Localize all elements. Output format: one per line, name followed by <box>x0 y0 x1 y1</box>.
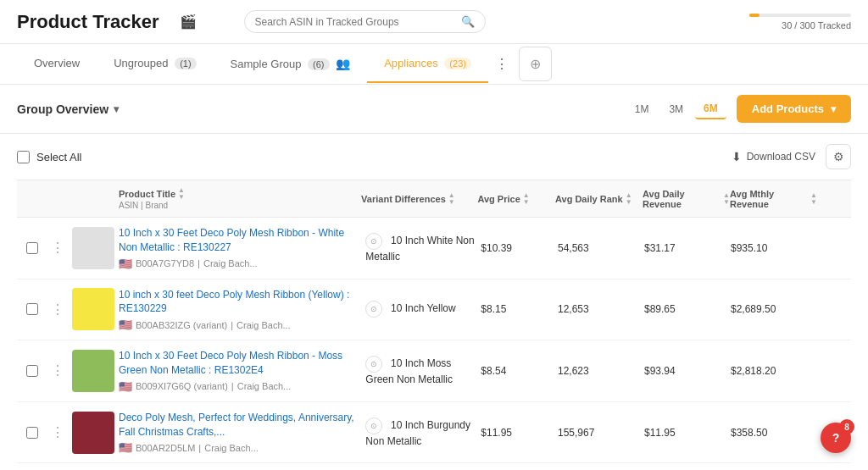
row-title-cell-3: Deco Poly Mesh, Perfect for Weddings, An… <box>119 411 365 455</box>
product-asin-0: 🇺🇸 B00A7G7YD8 | Craig Bach... <box>119 257 359 270</box>
column-settings-button[interactable]: ⚙ <box>826 144 851 169</box>
tab-overview[interactable]: Overview <box>17 45 97 83</box>
download-icon: ⬇ <box>732 150 742 163</box>
col-title-label: Product Title <box>119 189 175 199</box>
sort-arrows-title[interactable]: ▲▼ <box>178 187 185 201</box>
col-title-header: Product Title ▲▼ ASIN | Brand <box>119 187 361 210</box>
product-title-3[interactable]: Deco Poly Mesh, Perfect for Weddings, An… <box>119 411 359 440</box>
add-products-button[interactable]: Add Products ▾ <box>737 95 851 123</box>
video-icon: 🎬 <box>180 14 197 30</box>
product-asin-3: 🇺🇸 B00AR2D5LM | Craig Bach... <box>119 441 359 454</box>
gear-icon: ⚙ <box>833 150 844 163</box>
time-filters: 1M 3M 6M <box>626 99 726 119</box>
row-image-0 <box>68 227 119 269</box>
col-revenue-label: Avg Daily Revenue <box>643 189 721 209</box>
tab-appliances[interactable]: Appliances (23) <box>367 45 488 83</box>
row-menu-1[interactable]: ⋮ <box>47 301 68 318</box>
row-price-cell-1: $8.15 <box>481 303 558 315</box>
row-check-input-0[interactable] <box>26 242 38 254</box>
search-icon: 🔍 <box>461 15 475 28</box>
product-rows-container: ⋮ 10 Inch x 30 Feet Deco Poly Mesh Ribbo… <box>17 218 851 463</box>
tracker-bar-background <box>749 14 851 17</box>
column-headers: Product Title ▲▼ ASIN | Brand Variant Di… <box>17 180 851 218</box>
tracker-label: 30 / 300 Tracked <box>782 20 851 30</box>
product-title-0[interactable]: 10 Inch x 30 Feet Deco Poly Mesh Ribbon … <box>119 226 359 255</box>
row-revenue-cell-3: $11.95 <box>644 427 731 439</box>
sort-arrows-revenue[interactable]: ▲▼ <box>723 192 730 206</box>
search-box[interactable]: 🔍 <box>244 10 486 33</box>
table-row: ⋮ Deco Poly Mesh, Perfect for Weddings, … <box>17 402 851 464</box>
col-title-sub: ASIN | Brand <box>119 201 361 210</box>
product-asin-1: 🇺🇸 B00AB32IZG (variant) | Craig Bach... <box>119 318 359 331</box>
time-filter-3m[interactable]: 3M <box>660 100 692 119</box>
appliances-badge: (23) <box>444 58 471 69</box>
time-filter-1m[interactable]: 1M <box>626 100 658 119</box>
asin-value-1: B00AB32IZG (variant) <box>136 320 227 330</box>
tab-more-menu[interactable]: ⋮ <box>488 44 515 84</box>
col-revenue-header: Avg Daily Revenue ▲▼ <box>643 189 730 209</box>
product-thumbnail-2 <box>72 350 114 392</box>
row-checkbox-2[interactable] <box>17 365 47 377</box>
row-mthly-cell-2: $2,818.20 <box>731 365 817 377</box>
add-products-label: Add Products <box>752 102 824 115</box>
table-row: ⋮ 10 inch x 30 feet Deco Poly Mesh Ribbo… <box>17 279 851 341</box>
tabs-bar: Overview Ungrouped (1) Sample Group (6) … <box>0 44 868 85</box>
dropdown-chevron-icon: ▾ <box>831 103 836 115</box>
row-checkbox-1[interactable] <box>17 303 47 315</box>
row-checkbox-0[interactable] <box>17 242 47 254</box>
row-menu-0[interactable]: ⋮ <box>47 240 68 256</box>
brand-value-3: Craig Bach... <box>204 443 259 453</box>
product-table-area: Select All ⬇ Download CSV ⚙ Product Titl… <box>0 134 868 463</box>
col-variant-label: Variant Differences <box>361 194 446 204</box>
row-mthly-cell-3: $358.50 <box>731 427 817 439</box>
row-price-cell-0: $10.39 <box>481 242 558 254</box>
col-rank-label: Avg Daily Rank <box>555 194 623 204</box>
group-bar: Group Overview ▾ 1M 3M 6M Add Products ▾ <box>0 85 868 134</box>
row-image-2 <box>68 350 119 392</box>
row-price-cell-3: $11.95 <box>481 427 558 439</box>
row-revenue-cell-1: $89.65 <box>644 303 731 315</box>
sort-arrows-variant[interactable]: ▲▼ <box>448 192 455 206</box>
search-input[interactable] <box>255 16 461 28</box>
flag-icon-3: 🇺🇸 <box>119 441 132 454</box>
row-check-input-1[interactable] <box>26 303 38 315</box>
group-overview-label: Group Overview <box>17 102 108 116</box>
table-row: ⋮ 10 Inch x 30 Feet Deco Poly Mesh Ribbo… <box>17 340 851 402</box>
col-mthly-label: Avg Mthly Revenue <box>730 189 808 209</box>
time-filter-6m[interactable]: 6M <box>695 99 726 119</box>
row-rank-cell-2: 12,623 <box>558 365 644 377</box>
table-actions-bar: Select All ⬇ Download CSV ⚙ <box>17 134 851 180</box>
download-csv-button[interactable]: ⬇ Download CSV <box>732 150 815 163</box>
group-icon: 👥 <box>336 57 350 70</box>
tab-add-button[interactable]: ⊕ <box>519 47 552 81</box>
row-rank-cell-0: 54,563 <box>558 242 644 254</box>
row-image-3 <box>68 412 119 454</box>
sort-arrows-mthly[interactable]: ▲▼ <box>810 192 817 206</box>
variant-icon-1: ⊙ <box>365 301 382 318</box>
sort-arrows-price[interactable]: ▲▼ <box>523 192 530 206</box>
row-menu-3[interactable]: ⋮ <box>47 424 68 440</box>
select-all-checkbox[interactable]: Select All <box>17 151 81 163</box>
row-revenue-cell-0: $31.17 <box>644 242 731 254</box>
help-button[interactable]: 8 ? <box>821 423 851 453</box>
download-csv-label: Download CSV <box>747 151 815 163</box>
flag-icon-1: 🇺🇸 <box>119 318 132 331</box>
asin-value-2: B009XI7G6Q (variant) <box>136 381 228 391</box>
row-menu-2[interactable]: ⋮ <box>47 362 68 379</box>
row-check-input-3[interactable] <box>26 427 38 439</box>
sort-arrows-rank[interactable]: ▲▼ <box>626 192 632 206</box>
row-check-input-2[interactable] <box>26 365 38 377</box>
group-overview-toggle[interactable]: Group Overview ▾ <box>17 102 119 116</box>
tab-ungrouped[interactable]: Ungrouped (1) <box>97 45 213 83</box>
row-mthly-cell-0: $935.10 <box>731 242 817 254</box>
product-title-2[interactable]: 10 Inch x 30 Feet Deco Poly Mesh Ribbon … <box>119 349 359 378</box>
tracker-status: 30 / 300 Tracked <box>732 14 851 30</box>
app-title: Product Tracker <box>17 11 159 33</box>
row-variant-cell-3: ⊙ 10 Inch Burgundy Non Metallic <box>365 417 481 447</box>
row-revenue-cell-2: $93.94 <box>644 365 731 377</box>
tab-sample-group[interactable]: Sample Group (6) 👥 <box>214 45 368 84</box>
row-checkbox-3[interactable] <box>17 427 47 439</box>
product-title-1[interactable]: 10 inch x 30 feet Deco Poly Mesh Ribbon … <box>119 288 359 317</box>
row-mthly-cell-1: $2,689.50 <box>731 303 817 315</box>
select-all-input[interactable] <box>17 151 30 163</box>
